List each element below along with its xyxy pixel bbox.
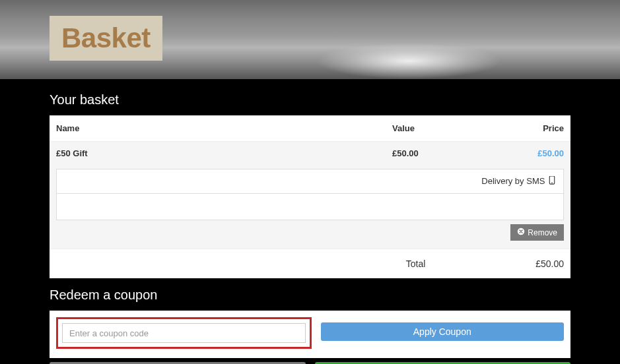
col-header-value: Value [392, 123, 485, 133]
phone-icon [549, 176, 555, 187]
apply-coupon-button[interactable]: Apply Coupon [321, 322, 565, 341]
remove-icon [517, 228, 525, 237]
coupon-input-highlight [56, 317, 312, 349]
remove-button[interactable]: Remove [510, 224, 564, 241]
item-price-link[interactable]: £50.00 [485, 148, 564, 158]
page-title-box: Basket [50, 16, 162, 61]
item-name: £50 Gift [56, 148, 392, 158]
remove-label: Remove [528, 228, 557, 237]
total-row: Total £50.00 [50, 249, 570, 278]
item-detail-block: Delivery by SMS Remove [50, 165, 570, 249]
col-header-name: Name [56, 123, 392, 133]
coupon-input[interactable] [62, 323, 306, 343]
total-amount: £50.00 [485, 258, 564, 269]
basket-panel: Name Value Price £50 Gift £50.00 £50.00 … [50, 115, 570, 278]
table-row: £50 Gift £50.00 £50.00 [50, 142, 570, 165]
svg-point-1 [551, 182, 553, 183]
basket-heading: Your basket [50, 92, 570, 107]
coupon-panel: Apply Coupon [50, 311, 570, 358]
total-label: Total [56, 258, 485, 269]
delivery-info: Delivery by SMS [56, 169, 564, 194]
col-header-price: Price [485, 123, 564, 133]
delivery-text: Delivery by SMS [481, 176, 545, 186]
hero-banner: Basket [0, 0, 620, 79]
item-value: £50.00 [392, 148, 485, 158]
coupon-heading: Redeem a coupon [50, 288, 570, 303]
page-title: Basket [61, 22, 151, 53]
basket-table-header: Name Value Price [50, 115, 570, 142]
message-box [56, 194, 564, 220]
